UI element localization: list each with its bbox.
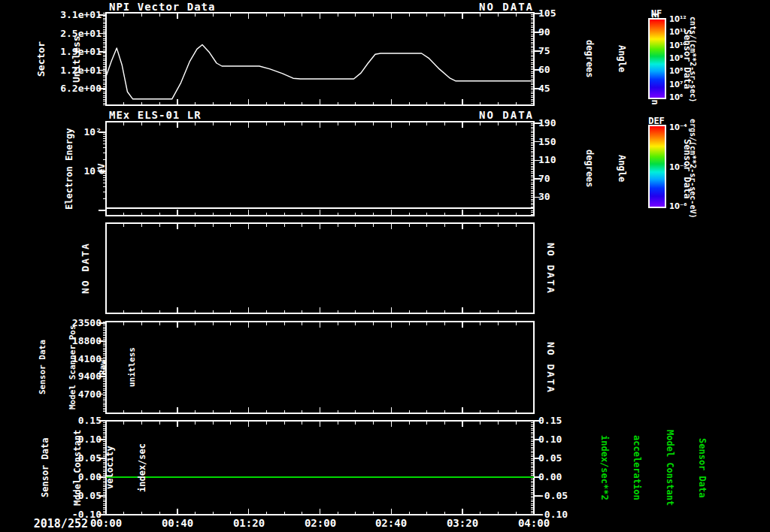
x-tick-label: 03:20 (438, 517, 487, 529)
y-tick: -0.05 (538, 491, 578, 501)
x-tick-label: 02:40 (367, 517, 415, 529)
colorbar-nf (648, 18, 666, 99)
colorbar-nf-name: NF (645, 8, 668, 19)
y-tick: -0.05 (41, 491, 102, 501)
right-axis-label-line: index/sec**2 (599, 418, 610, 518)
x-tick-label: 02:00 (296, 517, 344, 529)
y-tick: 0.05 (538, 453, 578, 464)
panel4-y-ticks: 23500 18800 14100 9400 4700 (41, 318, 102, 400)
y-tick: 18800 (41, 336, 102, 346)
x-tick-label: 01:20 (225, 517, 273, 529)
x-axis-date-label: 2018/252 (13, 517, 88, 530)
panel5-right-ticks: 0.15 0.10 0.05 0.00 -0.05 -0.10 (538, 416, 578, 520)
y-tick: 9400 (41, 371, 102, 382)
y-tick: 3.1e+01 (41, 10, 102, 20)
y-tick: 0.00 (538, 472, 578, 482)
panel5-y-ticks: 0.15 0.10 0.05 0.00 -0.05 -0.10 (41, 416, 102, 520)
panel5-y-axis-label-line: velocity (105, 421, 115, 515)
right-axis-label-line: Model Constant (664, 418, 675, 518)
panel2-no-data-label: NO DATA (353, 109, 534, 121)
x-tick-label: 04:00 (510, 517, 558, 529)
panel3-no-data-right: NO DATA (544, 223, 556, 313)
colorbar-def-unit-label: ergs/(cm**2-sr-sec-eV) (688, 119, 697, 216)
right-axis-label-line: degrees (584, 13, 595, 105)
y-tick: 0.15 (538, 416, 578, 426)
y-tick: 14100 (41, 354, 102, 364)
panel1-title: NPI Vector Data (109, 1, 215, 13)
right-axis-label-line: acceleration (632, 418, 642, 518)
panel2-title: MEx ELS-01 LR (109, 109, 202, 121)
y-tick: 0.00 (41, 472, 102, 482)
panel5-y-axis-label-line: index/sec (137, 421, 147, 515)
y-tick: 1.9e+01 (41, 47, 102, 57)
y-tick: 0.10 (41, 434, 102, 445)
y-tick: 6.2e+00 (41, 83, 102, 94)
panel2-y-ticks: 10² 10¹ (41, 127, 102, 177)
panel4-y-axis-label-line: unitless (127, 322, 137, 413)
right-axis-label-line: Angle (617, 122, 627, 216)
panel1-y-ticks: 3.1e+01 2.5e+01 1.9e+01 1.2e+01 6.2e+00 (41, 10, 102, 94)
right-axis-label-line: degrees (584, 122, 595, 216)
colorbar-def (648, 125, 666, 208)
plot-page: NPI Vector Data NO DATA Sector Unitless … (0, 0, 770, 532)
y-tick: 10¹ (41, 166, 102, 177)
panel3-no-data-left: NO DATA (80, 223, 92, 313)
right-axis-label-line: Sensor Data (696, 418, 707, 518)
panel4-no-data-right: NO DATA (544, 322, 556, 413)
y-tick: 0.15 (41, 416, 102, 426)
panel5-right-axis-label: Sensor Data Model Constant acceleration … (578, 418, 729, 518)
right-axis-label-line: Angle (617, 13, 627, 105)
y-tick: 4700 (41, 389, 102, 400)
x-tick-label: 00:00 (82, 517, 130, 529)
y-tick: 23500 (41, 318, 102, 328)
colorbar-nf-unit-label: cnts/(cm**2-sr-sec) (688, 17, 697, 101)
y-tick: 0.05 (41, 453, 102, 464)
y-tick: 0.10 (538, 434, 578, 445)
y-tick: 2.5e+01 (41, 29, 102, 39)
y-tick: 1.2e+01 (41, 65, 102, 76)
x-tick-label: 00:40 (153, 517, 202, 529)
y-tick: 10² (41, 127, 102, 138)
panel1-no-data-label: NO DATA (353, 1, 534, 13)
